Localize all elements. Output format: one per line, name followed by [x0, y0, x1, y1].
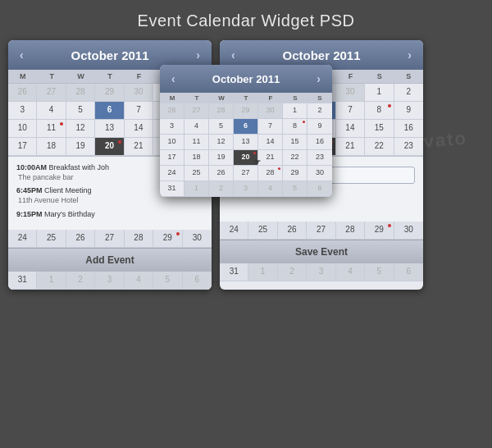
table-row[interactable]: 30: [394, 222, 423, 240]
table-row[interactable]: 5: [153, 272, 182, 290]
table-row[interactable]: 11: [37, 120, 66, 138]
table-row[interactable]: 28: [336, 222, 365, 240]
popup-next-btn[interactable]: ›: [313, 71, 324, 87]
table-row[interactable]: 12: [209, 135, 234, 150]
table-row[interactable]: 25: [248, 222, 277, 240]
table-row[interactable]: 3: [8, 102, 37, 120]
table-row[interactable]: 10: [160, 135, 184, 150]
table-row[interactable]: 3: [95, 272, 124, 290]
table-row[interactable]: 29: [153, 230, 182, 248]
table-row[interactable]: 30: [336, 84, 365, 102]
table-row[interactable]: 7: [336, 102, 365, 120]
table-row[interactable]: 18: [37, 138, 66, 156]
table-row[interactable]: 1: [184, 181, 209, 197]
table-row[interactable]: 2: [394, 84, 423, 102]
table-row[interactable]: 26: [66, 230, 95, 248]
table-row[interactable]: 31: [160, 181, 184, 197]
table-row[interactable]: 2: [278, 263, 307, 281]
table-row[interactable]: 4: [184, 119, 209, 135]
table-row[interactable]: 17: [160, 150, 184, 166]
right-next-btn[interactable]: ›: [404, 47, 415, 63]
table-row[interactable]: 27: [184, 103, 209, 119]
table-row[interactable]: 26: [160, 103, 184, 119]
table-row[interactable]: 2: [66, 272, 95, 290]
table-row[interactable]: 16: [394, 120, 423, 138]
table-row[interactable]: 29: [283, 166, 308, 181]
table-row[interactable]: 24: [160, 166, 184, 181]
table-row[interactable]: 21: [125, 138, 153, 156]
table-row[interactable]: 24: [8, 230, 37, 248]
table-row[interactable]: 7: [125, 102, 153, 120]
table-row[interactable]: 1: [283, 103, 308, 119]
table-row[interactable]: 12: [66, 120, 95, 138]
table-row[interactable]: 10: [8, 120, 37, 138]
table-row[interactable]: 6: [394, 263, 423, 281]
table-row[interactable]: 1: [365, 84, 394, 102]
table-row[interactable]: 28: [66, 84, 95, 102]
save-event-button[interactable]: Save Event: [220, 240, 423, 263]
table-row[interactable]: 4: [37, 102, 66, 120]
table-row[interactable]: 3: [307, 263, 335, 281]
today-popup-cell[interactable]: 20: [234, 150, 258, 166]
table-row[interactable]: 4: [258, 181, 283, 197]
table-row[interactable]: 2: [209, 181, 234, 197]
table-row[interactable]: 27: [37, 84, 66, 102]
table-row[interactable]: 14: [258, 135, 283, 150]
table-row[interactable]: 6: [95, 102, 124, 120]
table-row[interactable]: 26: [209, 166, 234, 181]
table-row[interactable]: 13: [234, 135, 258, 150]
table-row[interactable]: 27: [307, 222, 335, 240]
table-row[interactable]: 25: [184, 166, 209, 181]
table-row[interactable]: 8: [365, 102, 394, 120]
table-row[interactable]: 5: [283, 181, 308, 197]
table-row[interactable]: 30: [183, 230, 212, 248]
table-row[interactable]: 26: [8, 84, 37, 102]
table-row[interactable]: 30: [125, 84, 153, 102]
table-row[interactable]: 13: [95, 120, 124, 138]
table-row[interactable]: 29: [95, 84, 124, 102]
table-row[interactable]: 7: [258, 119, 283, 135]
table-row[interactable]: 6: [234, 119, 258, 135]
table-row[interactable]: 24: [220, 222, 248, 240]
table-row[interactable]: 28: [258, 166, 283, 181]
table-row[interactable]: 22: [283, 150, 308, 166]
table-row[interactable]: 8: [283, 119, 308, 135]
table-row[interactable]: 29: [234, 103, 258, 119]
table-row[interactable]: 1: [248, 263, 277, 281]
table-row[interactable]: 2: [308, 103, 332, 119]
table-row[interactable]: 4: [125, 272, 153, 290]
table-row[interactable]: 15: [365, 120, 394, 138]
table-row[interactable]: 6: [183, 272, 212, 290]
table-row[interactable]: 14: [336, 120, 365, 138]
table-row[interactable]: 6: [308, 181, 332, 197]
table-row[interactable]: 18: [184, 150, 209, 166]
table-row[interactable]: 30: [258, 103, 283, 119]
table-row[interactable]: 26: [278, 222, 307, 240]
table-row[interactable]: 27: [234, 166, 258, 181]
table-row[interactable]: 28: [209, 103, 234, 119]
table-row[interactable]: 9: [308, 119, 332, 135]
table-row[interactable]: 3: [234, 181, 258, 197]
left-next-btn[interactable]: ›: [193, 47, 203, 63]
table-row[interactable]: 30: [308, 166, 332, 181]
table-row[interactable]: 14: [125, 120, 153, 138]
table-row[interactable]: 15: [283, 135, 308, 150]
table-row[interactable]: 25: [37, 230, 66, 248]
left-prev-btn[interactable]: ‹: [16, 47, 27, 63]
table-row[interactable]: 23: [394, 138, 423, 156]
table-row[interactable]: 19: [209, 150, 234, 166]
table-row[interactable]: 31: [220, 263, 248, 281]
add-event-button[interactable]: Add Event: [8, 248, 212, 272]
table-row[interactable]: 5: [66, 102, 95, 120]
today-cell[interactable]: 20: [95, 138, 124, 156]
table-row[interactable]: 21: [336, 138, 365, 156]
table-row[interactable]: 1: [37, 272, 66, 290]
table-row[interactable]: 11: [184, 135, 209, 150]
table-row[interactable]: 23: [308, 150, 332, 166]
table-row[interactable]: 28: [125, 230, 153, 248]
table-row[interactable]: 21: [258, 150, 283, 166]
table-row[interactable]: 5: [365, 263, 394, 281]
table-row[interactable]: 31: [8, 272, 37, 290]
right-prev-btn[interactable]: ‹: [228, 47, 239, 63]
table-row[interactable]: 29: [365, 222, 394, 240]
